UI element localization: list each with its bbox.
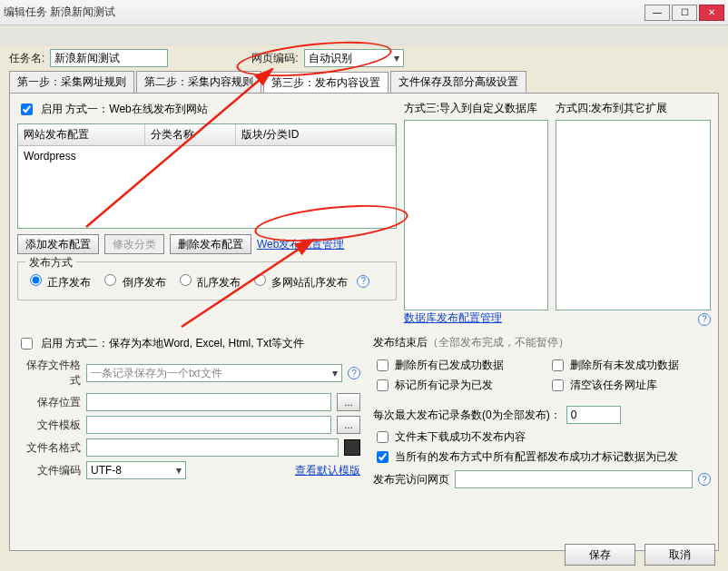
minimize-button[interactable]: — <box>644 5 670 21</box>
table-header: 网站发布配置 分类名称 版块/分类ID <box>18 124 396 146</box>
th-category-id: 版块/分类ID <box>236 124 396 145</box>
after-publish-note: （全部发布完成，不能暂停） <box>428 336 569 349</box>
task-name-label: 任务名: <box>9 51 44 66</box>
method3-listbox[interactable] <box>404 120 548 310</box>
method1-enable-checkbox[interactable] <box>21 103 33 115</box>
radio-multisite-random[interactable]: 多网站乱序发布 <box>250 271 348 290</box>
help-icon[interactable]: ? <box>357 275 369 288</box>
close-button[interactable]: ✕ <box>699 5 724 21</box>
save-location-input[interactable] <box>86 393 331 411</box>
panel-step3: 启用 方式一：Web在线发布到网站 网站发布配置 分类名称 版块/分类ID Wo… <box>9 93 719 551</box>
chevron-down-icon: ▾ <box>327 367 338 379</box>
tab-step3[interactable]: 第三步：发布内容设置 <box>263 72 389 94</box>
method2-enable-label: 启用 方式二：保存为本地Word, Excel, Html, Txt等文件 <box>41 336 304 351</box>
chevron-down-icon: ▾ <box>171 464 182 477</box>
help-icon[interactable]: ? <box>698 473 711 486</box>
visit-url-label: 发布完访问网页 <box>373 472 449 487</box>
task-name-input[interactable] <box>50 49 168 67</box>
delete-config-button[interactable]: 删除发布配置 <box>170 234 251 254</box>
table-row[interactable]: Wordpress <box>18 146 396 166</box>
publish-mode-title: 发布方式 <box>25 255 76 271</box>
chk-del-success[interactable] <box>377 359 389 371</box>
method1-enable-label: 启用 方式一：Web在线发布到网站 <box>41 102 208 117</box>
publish-config-table[interactable]: 网站发布配置 分类名称 版块/分类ID Wordpress <box>17 123 397 229</box>
filename-format-label: 文件名格式 <box>17 440 81 456</box>
tab-step2[interactable]: 第二步：采集内容规则 <box>136 71 261 93</box>
chevron-down-icon: ▾ <box>389 52 399 64</box>
max-records-label: 每次最大发布记录条数(0为全部发布)： <box>373 408 561 423</box>
radio-asc[interactable]: 正序发布 <box>25 271 91 290</box>
task-row: 任务名: 网页编码: 自动识别 ▾ <box>0 45 728 71</box>
web-config-manage-link[interactable]: Web发布配置管理 <box>257 237 344 252</box>
help-icon[interactable]: ? <box>698 313 711 326</box>
th-category: 分类名称 <box>145 124 236 145</box>
window-titlebar: 编辑任务 新浪新闻测试 — ☐ ✕ <box>0 0 728 25</box>
chk-del-fail[interactable] <box>552 359 564 371</box>
file-template-input[interactable] <box>86 416 331 434</box>
window-title: 编辑任务 新浪新闻测试 <box>4 5 115 20</box>
tab-step1[interactable]: 第一步：采集网址规则 <box>9 71 134 93</box>
chk-all-success-mark[interactable] <box>377 451 389 463</box>
save-location-label: 保存位置 <box>17 395 81 410</box>
cancel-button[interactable]: 取消 <box>644 544 715 566</box>
save-button[interactable]: 保存 <box>565 544 635 566</box>
step-tabs: 第一步：采集网址规则 第二步：采集内容规则 第三步：发布内容设置 文件保存及部分… <box>9 71 719 93</box>
maximize-button[interactable]: ☐ <box>672 5 697 21</box>
chk-skip-undownloaded[interactable] <box>377 431 389 443</box>
page-encoding-label: 网页编码: <box>251 51 298 66</box>
filename-format-input[interactable] <box>86 438 339 457</box>
filename-picker-icon[interactable] <box>344 439 360 456</box>
page-encoding-combo[interactable]: 自动识别 ▾ <box>304 49 404 67</box>
browse-template-button[interactable]: … <box>337 416 360 434</box>
window-buttons: — ☐ ✕ <box>644 5 724 21</box>
chk-clear-urls[interactable] <box>552 379 564 391</box>
max-records-input[interactable] <box>566 406 621 424</box>
method2-enable-checkbox[interactable] <box>21 338 33 349</box>
method4-listbox[interactable] <box>556 120 711 310</box>
file-encoding-combo[interactable]: UTF-8 ▾ <box>86 461 186 479</box>
view-default-template-link[interactable]: 查看默认模版 <box>295 463 360 478</box>
file-encoding-label: 文件编码 <box>17 463 81 478</box>
db-config-manage-link[interactable]: 数据库发布配置管理 <box>404 311 502 324</box>
edit-category-button: 修改分类 <box>104 234 164 254</box>
help-icon[interactable]: ? <box>348 367 360 379</box>
visit-url-input[interactable] <box>455 470 693 488</box>
save-format-combo[interactable]: 一条记录保存为一个txt文件 ▾ <box>86 364 342 382</box>
dialog-footer: 保存 取消 <box>565 544 715 566</box>
browse-location-button[interactable]: … <box>337 393 360 411</box>
chk-mark-all[interactable] <box>377 379 389 391</box>
radio-desc[interactable]: 倒序发布 <box>100 271 165 290</box>
file-template-label: 文件模板 <box>17 418 81 433</box>
after-publish-label: 发布结束后 <box>373 336 428 349</box>
add-config-button[interactable]: 添加发布配置 <box>17 234 99 254</box>
toolbar-blurred <box>0 25 728 45</box>
save-format-label: 保存文件格式 <box>17 358 81 389</box>
page-encoding-value: 自动识别 <box>309 51 352 66</box>
tab-step4[interactable]: 文件保存及部分高级设置 <box>390 71 526 93</box>
th-site-config: 网站发布配置 <box>18 124 145 145</box>
method3-title: 方式三:导入到自定义数据库 <box>404 101 548 116</box>
radio-random[interactable]: 乱序发布 <box>175 271 241 290</box>
method4-title: 方式四:发布到其它扩展 <box>556 101 711 116</box>
